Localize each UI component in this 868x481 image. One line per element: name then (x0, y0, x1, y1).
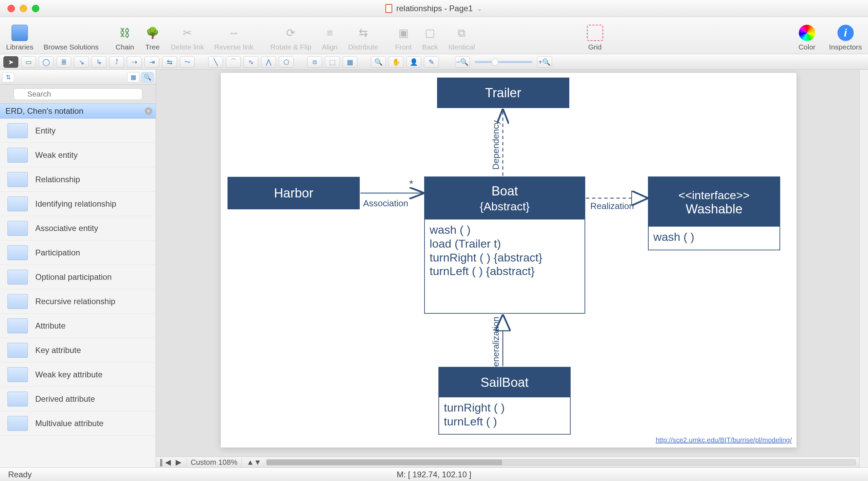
text-tool[interactable]: ≣ (56, 56, 71, 68)
conn-tool-7[interactable]: ⤳ (180, 56, 195, 68)
shape-thumb-icon (7, 416, 28, 431)
polyline-tool[interactable]: ⋀ (261, 56, 276, 68)
slider-track[interactable] (475, 61, 532, 63)
shape-item[interactable]: Recursive relationship (0, 289, 156, 314)
shape-thumb-icon (7, 392, 28, 406)
tb-identical: ⧉ Identical (448, 25, 475, 51)
shape-item[interactable]: Derived attribute (0, 387, 156, 411)
search-input[interactable] (14, 88, 142, 100)
tb-libraries[interactable]: Libraries (6, 25, 34, 51)
canvas-area: Trailer Harbor Boat {Abstract} wash ( )l… (156, 70, 859, 467)
minimize-icon[interactable] (20, 5, 27, 12)
shape-label: Relationship (35, 175, 80, 184)
canvas-viewport[interactable]: Trailer Harbor Boat {Abstract} wash ( )l… (156, 70, 859, 457)
main-toolbar: Libraries Browse Solutions ⛓ Chain 🌳 Tre… (0, 17, 868, 54)
tb-chain[interactable]: ⛓ Chain (116, 25, 134, 51)
eyedropper-tool[interactable]: ✎ (424, 56, 439, 68)
shape-thumb-icon (7, 172, 28, 187)
shape-item[interactable]: Entity (0, 119, 156, 143)
spline-tool[interactable]: ∿ (243, 56, 258, 68)
shape-thumb-icon (7, 221, 28, 236)
polygon-tool[interactable]: ⬠ (279, 56, 294, 68)
conn-tool-5[interactable]: ⇥ (144, 56, 159, 68)
h-scrollbar[interactable] (266, 459, 856, 465)
conn-tool-4[interactable]: ⇢ (127, 56, 142, 68)
pointer-tool[interactable]: ➤ (3, 56, 18, 68)
close-icon[interactable] (7, 5, 15, 12)
conn-tool-2[interactable]: ↳ (92, 56, 106, 68)
shape-item[interactable]: Identifying relationship (0, 192, 156, 216)
tb-inspectors[interactable]: i Inspectors (829, 25, 862, 51)
title-text: relationships - Page1 (396, 4, 473, 13)
library-sidebar: ⇅ ▦ 🔍 🔍 ERD, Chen's notation × EntityWea… (0, 70, 156, 467)
magnifier-tool[interactable]: 🔍 (371, 56, 386, 68)
source-link[interactable]: http://sce2.umkc.edu/BIT/burrise/pl/mode… (656, 436, 792, 444)
v-scrollbar[interactable] (859, 70, 868, 467)
conn-tool-6[interactable]: ⇆ (162, 56, 177, 68)
uml-sailboat[interactable]: SailBoat turnRight ( )turnLeft ( ) (438, 367, 571, 435)
back-icon: ▢ (422, 25, 438, 41)
shape-label: Multivalue attribute (35, 419, 103, 428)
pager-prev-icon[interactable]: ‖ ◀ (159, 458, 171, 467)
uml-op: load (Trailer t) (430, 237, 580, 251)
shape-item[interactable]: Attribute (0, 314, 156, 338)
zoom-stepper-icon[interactable]: ▲▼ (246, 458, 261, 467)
zoom-readout[interactable]: Custom 108% (186, 458, 242, 467)
uml-op: turnLeft ( ) (444, 415, 565, 428)
slider-thumb[interactable] (492, 59, 498, 65)
tb-distribute: ⇆ Distribute (348, 25, 378, 51)
sort-icon[interactable]: ⇅ (2, 72, 14, 82)
shape-item[interactable]: Multivalue attribute (0, 411, 156, 436)
tb-color[interactable]: Color (798, 25, 815, 51)
shape-item[interactable]: Weak key attribute (0, 362, 156, 387)
zoom-slider[interactable]: −🔍 +🔍 (455, 56, 552, 68)
label-realization: Realization (590, 201, 634, 211)
uml-washable[interactable]: <<interface>> Washable wash ( ) (648, 176, 780, 250)
hand-tool[interactable]: ✋ (389, 56, 403, 68)
conn-tool-3[interactable]: ⤴ (109, 56, 124, 68)
uml-op: wash ( ) (653, 230, 775, 244)
zoom-in-icon[interactable]: +🔍 (537, 56, 552, 68)
front-icon: ▣ (395, 25, 412, 41)
rect-tool[interactable]: ▭ (21, 56, 36, 68)
shape-thumb-icon (7, 196, 28, 211)
line-tool[interactable]: ╲ (208, 56, 223, 68)
crop-tool[interactable]: ⧈ (307, 56, 322, 68)
shape-item[interactable]: Optional participation (0, 265, 156, 289)
rotate-icon: ⟳ (283, 25, 299, 41)
zoom-out-icon[interactable]: −🔍 (455, 56, 470, 68)
conn-tool-1[interactable]: ↘ (74, 56, 89, 68)
uml-harbor[interactable]: Harbor (228, 177, 360, 209)
arc-tool[interactable]: ⌒ (226, 56, 241, 68)
library-header[interactable]: ERD, Chen's notation × (0, 104, 156, 119)
close-library-icon[interactable]: × (145, 107, 152, 115)
mask-tool[interactable]: ⬚ (325, 56, 340, 68)
uml-washable-title: Washable (649, 202, 780, 216)
tb-tree[interactable]: 🌳 Tree (144, 25, 161, 51)
stamp-tool[interactable]: 👤 (406, 56, 421, 68)
shape-item[interactable]: Associative entity (0, 216, 156, 240)
delete-link-icon: ✂ (179, 25, 196, 41)
tb-align: ≡ Align (322, 25, 338, 51)
search-toggle-icon[interactable]: 🔍 (141, 72, 154, 82)
shape-item[interactable]: Participation (0, 240, 156, 265)
ellipse-tool[interactable]: ◯ (39, 56, 54, 68)
shape-thumb-icon (7, 245, 28, 260)
shape-item[interactable]: Relationship (0, 167, 156, 192)
chevron-down-icon[interactable]: ⌄ (477, 4, 482, 13)
window-title[interactable]: relationships - Page1 ⌄ (386, 4, 482, 13)
page[interactable]: Trailer Harbor Boat {Abstract} wash ( )l… (220, 72, 797, 448)
uml-boat[interactable]: Boat {Abstract} wash ( )load (Trailer t)… (424, 176, 585, 314)
shape-item[interactable]: Weak entity (0, 143, 156, 167)
tb-reverse-link: ↔ Reverse link (214, 25, 254, 51)
zoom-icon[interactable] (32, 5, 39, 12)
shape-item[interactable]: Key attribute (0, 338, 156, 362)
pager-next-icon[interactable]: ▶ (176, 458, 181, 467)
tb-browse-solutions[interactable]: Browse Solutions (44, 25, 99, 51)
grid-view-icon[interactable]: ▦ (127, 72, 139, 82)
image-tool[interactable]: ▦ (342, 56, 357, 68)
shape-thumb-icon (7, 367, 28, 382)
tb-grid[interactable]: Grid (587, 25, 603, 51)
uml-trailer[interactable]: Trailer (437, 78, 569, 108)
shape-label: Participation (35, 248, 80, 257)
